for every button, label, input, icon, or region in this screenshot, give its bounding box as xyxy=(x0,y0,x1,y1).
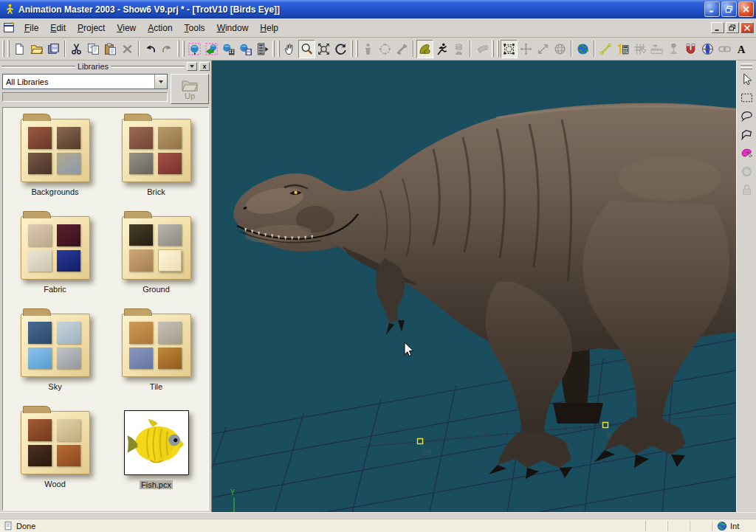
chevron-down-icon xyxy=(159,80,163,83)
library-item-fish-pcx[interactable]: Fish.pcx xyxy=(106,404,207,499)
security-zone: Int xyxy=(712,521,755,531)
menu-item-action[interactable]: Action xyxy=(142,21,178,35)
toolbar-grip[interactable] xyxy=(177,41,179,57)
bound-box-button[interactable] xyxy=(501,40,518,58)
render-to-film-button[interactable] xyxy=(220,40,237,58)
combo-dropdown-button[interactable] xyxy=(154,75,167,89)
turn-view-button[interactable] xyxy=(332,40,349,58)
library-item-brick[interactable]: Brick xyxy=(106,111,207,207)
libraries-panel-title: Libraries xyxy=(78,62,109,71)
model-sphere-button xyxy=(377,40,394,58)
toolbar-grip[interactable] xyxy=(497,41,499,57)
toolbar-grip[interactable] xyxy=(278,41,280,57)
image-thumbnail[interactable] xyxy=(124,410,189,475)
library-thumbnail xyxy=(57,419,80,441)
panel-collapse-button[interactable] xyxy=(187,62,197,71)
menu-item-view[interactable]: View xyxy=(111,21,142,35)
panel-close-button[interactable]: x xyxy=(199,62,210,71)
library-item-fabric[interactable]: Fabric xyxy=(4,209,106,304)
library-item-tile[interactable]: Tile xyxy=(106,306,207,401)
folder-icon[interactable] xyxy=(122,119,191,182)
folder-icon[interactable] xyxy=(21,314,90,377)
render-mode-button[interactable] xyxy=(186,40,203,58)
marquee-select-button[interactable] xyxy=(738,89,755,106)
sound-horn-button xyxy=(473,40,490,58)
toolbar-grip[interactable] xyxy=(740,67,752,69)
grid-snap-button xyxy=(631,40,648,58)
render-to-file-button[interactable] xyxy=(237,40,254,58)
toolbar-grip[interactable] xyxy=(351,41,353,57)
menu-item-project[interactable]: Project xyxy=(72,21,111,35)
close-icon: x xyxy=(202,63,206,70)
undo-arrow-button[interactable] xyxy=(142,40,159,58)
play-filmstrip-button[interactable] xyxy=(254,40,271,58)
close-button[interactable] xyxy=(738,1,754,17)
folder-icon[interactable] xyxy=(21,119,90,182)
polygon-lasso-button[interactable] xyxy=(738,126,755,143)
pointer-arrow-button[interactable] xyxy=(738,71,755,88)
toolbar-separator xyxy=(64,41,66,57)
library-thumbnail xyxy=(28,322,52,344)
minimize-button[interactable] xyxy=(704,1,720,17)
library-item-backgrounds[interactable]: Backgrounds xyxy=(4,111,106,207)
toolbar-grip[interactable] xyxy=(740,63,752,66)
save-all-button[interactable] xyxy=(45,40,62,58)
page-status-icon xyxy=(3,521,13,531)
library-thumbnail xyxy=(57,153,80,175)
folder-icon[interactable] xyxy=(122,314,191,377)
copy-button[interactable] xyxy=(85,40,102,58)
render-lock-button[interactable] xyxy=(203,40,220,58)
folder-icon[interactable] xyxy=(21,216,90,280)
library-thumbnail xyxy=(28,348,52,370)
folder-icon[interactable] xyxy=(21,411,90,474)
toolbar-grip[interactable] xyxy=(7,41,10,57)
skeletal-run-button[interactable] xyxy=(433,40,450,58)
pan-hand-button[interactable] xyxy=(281,40,298,58)
toolbar-separator xyxy=(594,41,595,57)
font-letter-a-button[interactable]: A xyxy=(733,40,750,58)
paste-clipboard-button[interactable] xyxy=(102,40,119,58)
world-earth-button[interactable] xyxy=(574,40,591,58)
restore-button[interactable] xyxy=(721,1,737,17)
library-item-wood[interactable]: Wood xyxy=(4,404,106,499)
child-close-button[interactable] xyxy=(740,22,754,33)
library-item-sky[interactable]: Sky xyxy=(4,306,106,401)
toolbar-grip[interactable] xyxy=(2,41,4,57)
viewport-birds-eye[interactable]: 20 0 xyxy=(212,61,736,512)
toolbar-grip[interactable] xyxy=(356,41,358,57)
child-minimize-button[interactable] xyxy=(711,22,724,33)
window-bottom-strip xyxy=(0,512,756,519)
trex-model[interactable] xyxy=(233,103,736,479)
status-text: Done xyxy=(16,522,35,531)
patch-select-button[interactable] xyxy=(738,145,755,162)
library-thumbnail xyxy=(129,322,153,344)
lasso-select-button[interactable] xyxy=(738,108,755,125)
open-folder-button[interactable] xyxy=(28,40,45,58)
library-item-ground[interactable]: Ground xyxy=(106,209,207,304)
toolbar-grip[interactable] xyxy=(182,41,185,57)
child-restore-button[interactable] xyxy=(726,22,739,33)
menu-item-window[interactable]: Window xyxy=(211,21,255,35)
muscle-arm-button[interactable] xyxy=(416,40,433,58)
library-filter-combobox[interactable]: All Libraries xyxy=(2,74,168,89)
toolbar-separator xyxy=(571,41,572,57)
cut-scissors-button[interactable] xyxy=(68,40,85,58)
toolbar-grip[interactable] xyxy=(492,41,494,57)
libraries-panel-header[interactable]: Libraries x xyxy=(0,61,211,72)
toolbar-grip[interactable] xyxy=(272,41,275,57)
document-window-icon[interactable] xyxy=(3,21,16,34)
menu-item-tools[interactable]: Tools xyxy=(179,21,211,35)
up-folder-button[interactable]: Up xyxy=(171,74,209,104)
menu-item-help[interactable]: Help xyxy=(254,21,284,35)
add-bone-button[interactable] xyxy=(597,40,614,58)
menu-item-edit[interactable]: Edit xyxy=(44,21,72,35)
key-numeric-button[interactable] xyxy=(614,40,631,58)
folder-icon[interactable] xyxy=(122,216,191,280)
new-document-button[interactable] xyxy=(11,40,28,58)
zoom-magnifier-button[interactable] xyxy=(298,40,315,58)
magnet-mode-button[interactable] xyxy=(682,40,699,58)
menu-item-file[interactable]: File xyxy=(18,21,44,35)
rotate-manipulator-button[interactable] xyxy=(699,40,716,58)
libraries-panel: Libraries x All Libraries Up Backgrounds… xyxy=(0,61,212,512)
zoom-fit-button[interactable] xyxy=(315,40,332,58)
